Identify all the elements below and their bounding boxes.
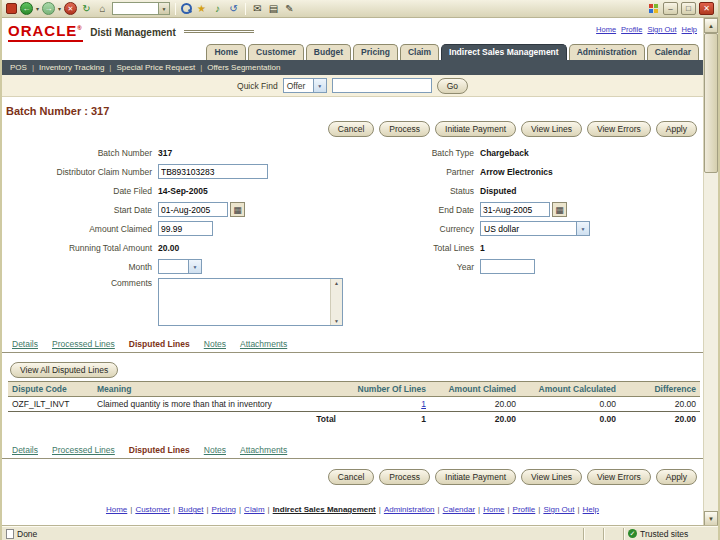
footer-link-indirect-sales-management[interactable]: Indirect Sales Management [273, 505, 376, 514]
comments-scrollbar[interactable]: ▲ ▼ [330, 279, 342, 325]
calendar-icon[interactable]: ▦ [230, 202, 245, 217]
footer-link-help[interactable]: Help [583, 505, 599, 514]
cancel-button-bottom[interactable]: Cancel [328, 469, 374, 485]
tab-customer[interactable]: Customer [248, 44, 304, 60]
header-link-signout[interactable]: Sign Out [647, 25, 676, 34]
status-zone: ✓ Trusted sites [623, 528, 718, 540]
year-input[interactable] [480, 259, 535, 274]
apply-button-bottom[interactable]: Apply [656, 469, 697, 485]
quick-find-input[interactable] [332, 78, 432, 93]
number-of-lines-link[interactable]: 1 [421, 399, 426, 409]
mail-icon[interactable]: ✉ [251, 2, 264, 15]
scroll-down-icon[interactable]: ▼ [704, 511, 718, 526]
refresh-icon[interactable]: ↻ [80, 2, 93, 15]
restore-button[interactable]: □ [681, 2, 696, 15]
subtab-notes[interactable]: Notes [204, 339, 226, 349]
header-link-help[interactable]: Help [682, 25, 697, 34]
footer-link-home2[interactable]: Home [483, 505, 504, 514]
subnav-inventory-tracking[interactable]: Inventory Tracking [39, 63, 104, 72]
quick-find-category-select[interactable]: Offer ▼ [283, 78, 327, 93]
subtab-disputed-lines[interactable]: Disputed Lines [129, 339, 190, 349]
footer-link-signout[interactable]: Sign Out [543, 505, 574, 514]
edit-icon[interactable]: ✎ [283, 2, 296, 15]
search-icon[interactable] [181, 3, 192, 14]
chevron-down-icon: ▼ [313, 79, 326, 92]
header-link-home[interactable]: Home [596, 25, 616, 34]
batch-type-value: Chargeback [480, 148, 529, 158]
history-icon[interactable]: ↺ [227, 2, 240, 15]
apply-button[interactable]: Apply [656, 121, 697, 137]
subtab-attachments[interactable]: Attachments [240, 339, 287, 349]
media-icon[interactable]: ♪ [211, 2, 224, 15]
tab-administration[interactable]: Administration [569, 44, 645, 60]
tab-claim[interactable]: Claim [400, 44, 439, 60]
amount-claimed-input[interactable] [158, 221, 213, 236]
subtab-disputed-lines-bottom[interactable]: Disputed Lines [129, 445, 190, 455]
close-button[interactable]: ✕ [699, 2, 714, 15]
address-box[interactable]: ▼ [112, 2, 170, 15]
footer-link-budget[interactable]: Budget [178, 505, 203, 514]
subtab-processed-lines-bottom[interactable]: Processed Lines [52, 445, 115, 455]
col-number-of-lines: Number Of Lines [340, 382, 430, 397]
running-total-amount-value: 20.00 [158, 243, 179, 253]
scroll-up-icon[interactable]: ▲ [704, 18, 718, 33]
cancel-button[interactable]: Cancel [328, 121, 374, 137]
form-right-column: Batch Type Chargeback Partner Arrow Elec… [400, 145, 697, 330]
home-icon[interactable]: ⌂ [96, 2, 109, 15]
footer-link-customer[interactable]: Customer [135, 505, 170, 514]
forward-menu-icon[interactable]: ▾ [58, 5, 61, 12]
back-icon[interactable]: ← [20, 2, 33, 15]
footer-link-pricing[interactable]: Pricing [212, 505, 236, 514]
footer-link-calendar[interactable]: Calendar [443, 505, 475, 514]
view-all-disputed-lines-button[interactable]: View All Disputed Lines [10, 362, 118, 378]
scrollbar-thumb[interactable] [704, 33, 718, 173]
subnav-offers-segmentation[interactable]: Offers Segmentation [207, 63, 280, 72]
footer-link-claim[interactable]: Claim [244, 505, 264, 514]
vertical-scrollbar[interactable]: ▲ ▼ [703, 18, 718, 526]
address-dropdown-icon[interactable]: ▼ [158, 3, 169, 14]
subtab-attachments-bottom[interactable]: Attachments [240, 445, 287, 455]
view-lines-button-bottom[interactable]: View Lines [521, 469, 582, 485]
view-errors-button-bottom[interactable]: View Errors [587, 469, 651, 485]
tab-pricing[interactable]: Pricing [353, 44, 398, 60]
print-icon[interactable]: ▤ [267, 2, 280, 15]
view-lines-button[interactable]: View Lines [521, 121, 582, 137]
favorites-icon[interactable]: ★ [195, 2, 208, 15]
scrollbar-track[interactable] [704, 33, 718, 511]
header-link-profile[interactable]: Profile [621, 25, 642, 34]
tab-calendar[interactable]: Calendar [647, 44, 699, 60]
initiate-payment-button-bottom[interactable]: Initiate Payment [435, 469, 516, 485]
quick-find-go-button[interactable]: Go [437, 78, 468, 94]
calendar-icon[interactable]: ▦ [552, 202, 567, 217]
comments-textarea[interactable] [159, 279, 329, 323]
process-button-bottom[interactable]: Process [379, 469, 430, 485]
batch-number-label: Batch Number [8, 148, 158, 158]
subnav-special-price-request[interactable]: Special Price Request [116, 63, 195, 72]
tab-budget[interactable]: Budget [306, 44, 351, 60]
subtab-details[interactable]: Details [12, 339, 38, 349]
currency-select[interactable]: US dollar ▼ [480, 221, 590, 236]
footer-link-administration[interactable]: Administration [384, 505, 435, 514]
tab-indirect-sales-management[interactable]: Indirect Sales Management [441, 44, 567, 60]
view-errors-button[interactable]: View Errors [587, 121, 651, 137]
scroll-up-icon[interactable]: ▲ [334, 280, 339, 286]
tab-home[interactable]: Home [206, 44, 246, 60]
subtab-processed-lines[interactable]: Processed Lines [52, 339, 115, 349]
start-date-input[interactable] [158, 202, 228, 217]
stop-icon[interactable]: ✕ [64, 2, 77, 15]
distributor-claim-number-input[interactable] [158, 164, 268, 179]
forward-icon[interactable]: → [42, 2, 55, 15]
scroll-down-icon[interactable]: ▼ [334, 318, 339, 324]
subtab-details-bottom[interactable]: Details [12, 445, 38, 455]
process-button[interactable]: Process [379, 121, 430, 137]
footer-link-profile[interactable]: Profile [513, 505, 536, 514]
back-menu-icon[interactable]: ▾ [36, 5, 39, 12]
initiate-payment-button[interactable]: Initiate Payment [435, 121, 516, 137]
minimize-button[interactable]: – [663, 2, 678, 15]
subnav-pos[interactable]: POS [10, 63, 27, 72]
month-select[interactable]: ▼ [158, 259, 202, 274]
end-date-input[interactable] [480, 202, 550, 217]
subtab-notes-bottom[interactable]: Notes [204, 445, 226, 455]
col-meaning: Meaning [93, 382, 340, 397]
footer-link-home[interactable]: Home [106, 505, 127, 514]
